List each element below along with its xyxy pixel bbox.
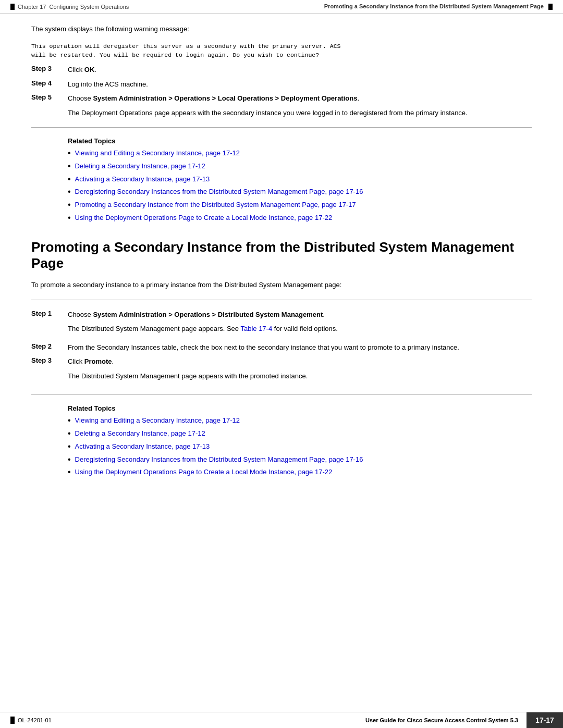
top-link-6[interactable]: Using the Deployment Operations Page to … xyxy=(75,213,333,223)
top-link-4[interactable]: Deregistering Secondary Instances from t… xyxy=(75,187,363,197)
table-17-4-link[interactable]: Table 17-4 xyxy=(240,325,272,332)
bottom-link-4[interactable]: Deregistering Secondary Instances from t… xyxy=(75,454,363,465)
footer-bar-icon xyxy=(10,717,15,724)
main-step-3-text: Click Promote. xyxy=(68,356,532,367)
bullet-icon: • xyxy=(68,200,71,211)
list-item: • Promoting a Secondary Instance from th… xyxy=(68,200,532,211)
bullet-icon: • xyxy=(68,467,71,478)
list-item: • Deregistering Secondary Instances from… xyxy=(68,454,532,465)
bullet-icon: • xyxy=(68,187,71,198)
top-link-3[interactable]: Activating a Secondary Instance, page 17… xyxy=(75,174,210,184)
top-step-5-label: Step 5 xyxy=(31,93,68,101)
top-link-2[interactable]: Deleting a Secondary Instance, page 17-1… xyxy=(75,161,205,171)
footer-doc-id: OL-24201-01 xyxy=(18,717,52,723)
top-link-5[interactable]: Promoting a Secondary Instance from the … xyxy=(75,200,356,210)
main-step-3-bold: Promote xyxy=(84,357,112,365)
page-header: Chapter 17 Configuring System Operations… xyxy=(0,0,563,14)
header-chapter: Chapter 17 xyxy=(18,4,46,10)
bullet-icon: • xyxy=(68,415,71,426)
main-bottom-divider xyxy=(31,394,532,395)
bottom-related-topics-list: • Viewing and Editing a Secondary Instan… xyxy=(68,415,532,478)
top-step-5-content: Choose System Administration > Operation… xyxy=(68,93,532,104)
main-intro: To promote a secondary instance to a pri… xyxy=(31,280,532,290)
top-step-5-desc-text: The Deployment Operations page appears w… xyxy=(68,108,532,118)
top-divider xyxy=(31,127,532,128)
list-item: • Viewing and Editing a Secondary Instan… xyxy=(68,148,532,159)
top-step-3-label: Step 3 xyxy=(31,65,68,72)
main-top-divider xyxy=(31,300,532,300)
main-step-1-bold: System Administration > Operations > Dis… xyxy=(93,311,323,318)
top-step-4-label: Step 4 xyxy=(31,79,68,87)
bottom-link-1[interactable]: Viewing and Editing a Secondary Instance… xyxy=(75,415,240,426)
bottom-related-topics-heading: Related Topics xyxy=(68,404,532,412)
list-item: • Deregistering Secondary Instances from… xyxy=(68,187,532,198)
list-item: • Viewing and Editing a Secondary Instan… xyxy=(68,415,532,426)
top-step-3-content: Click OK. xyxy=(68,65,532,75)
main-step-3: Step 3 Click Promote. The Distributed Sy… xyxy=(31,356,532,385)
bottom-link-5[interactable]: Using the Deployment Operations Page to … xyxy=(75,467,333,477)
main-step-2-label: Step 2 xyxy=(31,342,68,350)
page-footer: OL-24201-01 User Guide for Cisco Secure … xyxy=(0,712,563,728)
top-related-topics: Related Topics • Viewing and Editing a S… xyxy=(68,137,532,224)
top-intro: The system displays the following warnin… xyxy=(31,24,532,34)
main-step-2: Step 2 From the Secondary Instances tabl… xyxy=(31,342,532,353)
bullet-icon: • xyxy=(68,213,71,224)
main-step-3-desc: The Distributed System Management page a… xyxy=(68,371,532,381)
main-step-1: Step 1 Choose System Administration > Op… xyxy=(31,310,532,338)
header-bar-icon xyxy=(10,4,15,10)
header-right-bar xyxy=(548,4,553,10)
bullet-icon: • xyxy=(68,441,71,452)
footer-right-block: User Guide for Cisco Secure Access Contr… xyxy=(357,712,563,728)
content-area: The system displays the following warnin… xyxy=(0,14,563,490)
section-title: Promoting a Secondary Instance from the … xyxy=(31,239,532,272)
main-step-1-desc: The Distributed System Management page a… xyxy=(68,324,532,334)
top-related-topics-list: • Viewing and Editing a Secondary Instan… xyxy=(68,148,532,224)
bullet-icon: • xyxy=(68,428,71,439)
warning-code: This operation will deregister this serv… xyxy=(31,42,532,60)
header-right-section: Promoting a Secondary Instance from the … xyxy=(324,3,544,9)
top-link-1[interactable]: Viewing and Editing a Secondary Instance… xyxy=(75,148,240,158)
list-item: • Using the Deployment Operations Page t… xyxy=(68,467,532,478)
header-left: Chapter 17 Configuring System Operations xyxy=(10,4,129,10)
list-item: • Deleting a Secondary Instance, page 17… xyxy=(68,161,532,172)
bottom-related-topics: Related Topics • Viewing and Editing a S… xyxy=(68,404,532,478)
bullet-icon: • xyxy=(68,148,71,159)
main-step-3-content: Click Promote. The Distributed System Ma… xyxy=(68,356,532,385)
main-step-1-content: Choose System Administration > Operation… xyxy=(68,310,532,338)
list-item: • Deleting a Secondary Instance, page 17… xyxy=(68,428,532,439)
bottom-link-2[interactable]: Deleting a Secondary Instance, page 17-1… xyxy=(75,428,205,439)
main-step-2-content: From the Secondary Instances table, chec… xyxy=(68,342,532,353)
bottom-link-3[interactable]: Activating a Secondary Instance, page 17… xyxy=(75,441,210,452)
top-step-3: Step 3 Click OK. xyxy=(31,65,532,75)
main-step-1-text: Choose System Administration > Operation… xyxy=(68,310,532,320)
list-item: • Using the Deployment Operations Page t… xyxy=(68,213,532,224)
top-step-3-bold: OK xyxy=(84,66,95,73)
header-right: Promoting a Secondary Instance from the … xyxy=(324,3,553,10)
warning-code-text: This operation will deregister this serv… xyxy=(31,43,341,58)
footer-right-doc: User Guide for Cisco Secure Access Contr… xyxy=(357,712,527,728)
top-step-5: Step 5 Choose System Administration > Op… xyxy=(31,93,532,104)
bullet-icon: • xyxy=(68,454,71,465)
top-step-4: Step 4 Log into the ACS machine. xyxy=(31,79,532,90)
footer-page-badge: 17-17 xyxy=(527,712,563,728)
bullet-icon: • xyxy=(68,161,71,172)
footer-left: OL-24201-01 xyxy=(0,712,62,728)
header-section: Configuring System Operations xyxy=(49,4,129,10)
top-step-4-content: Log into the ACS machine. xyxy=(68,79,532,90)
top-step-5-desc: The Deployment Operations page appears w… xyxy=(68,108,532,118)
list-item: • Activating a Secondary Instance, page … xyxy=(68,174,532,185)
list-item: • Activating a Secondary Instance, page … xyxy=(68,441,532,452)
main-step-3-label: Step 3 xyxy=(31,356,68,364)
main-step-1-label: Step 1 xyxy=(31,310,68,317)
bullet-icon: • xyxy=(68,174,71,185)
top-related-topics-heading: Related Topics xyxy=(68,137,532,145)
top-step-5-bold: System Administration > Operations > Loc… xyxy=(93,94,357,102)
